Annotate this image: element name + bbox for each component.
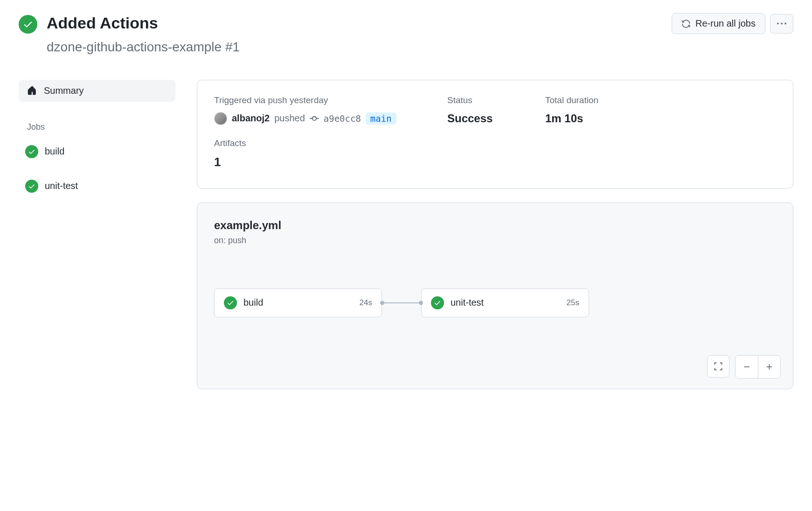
workflow-trigger: on: push [214,236,776,245]
more-actions-button[interactable] [770,14,793,34]
sync-icon [681,19,691,28]
duration-label: Total duration [545,95,776,105]
success-icon [25,145,38,158]
fullscreen-icon [714,362,723,371]
home-icon [27,85,37,96]
duration-value: 1m 10s [545,112,776,125]
commit-icon [310,114,319,123]
graph-job-build[interactable]: build 24s [214,288,382,317]
plus-icon: + [766,360,772,373]
graph-job-unit-test[interactable]: unit-test 25s [421,288,589,317]
avatar[interactable] [214,112,227,125]
status-value: Success [447,112,536,125]
sidebar-item-summary[interactable]: Summary [19,80,175,102]
action-verb: pushed [274,113,305,124]
sidebar-job-unit-test[interactable]: unit-test [19,175,175,197]
artifacts-label: Artifacts [214,138,776,148]
sidebar-job-label: unit-test [45,181,78,191]
commit-sha-link[interactable]: a9e0cc8 [324,113,361,124]
artifacts-count: 1 [214,155,776,169]
workflow-filename[interactable]: example.yml [214,219,776,232]
rerun-label: Re-run all jobs [695,18,756,29]
success-icon [25,180,38,193]
sidebar-jobs-heading: Jobs [27,122,175,132]
summary-card: Triggered via push yesterday albanoj2 pu… [197,80,793,189]
graph-job-duration: 25s [567,298,579,308]
success-icon [431,296,444,309]
zoom-in-button[interactable]: + [758,356,780,378]
kebab-icon [777,19,786,28]
zoom-out-button[interactable]: − [736,356,758,378]
branch-pill[interactable]: main [366,112,396,125]
rerun-all-jobs-button[interactable]: Re-run all jobs [672,13,765,34]
sidebar-summary-label: Summary [44,85,84,96]
minus-icon: − [743,360,750,373]
graph-connector [382,302,421,303]
username-link[interactable]: albanoj2 [232,113,270,124]
status-label: Status [447,95,536,105]
fit-to-screen-button[interactable] [707,355,729,378]
graph-job-name: unit-test [451,297,560,308]
run-status-icon [19,15,37,34]
sidebar-job-label: build [45,146,64,157]
sidebar-job-build[interactable]: build [19,140,175,163]
workflow-graph-card: example.yml on: push build 24s unit-test [197,203,793,389]
graph-job-name: build [243,297,353,308]
success-icon [224,296,237,309]
page-title: Added Actions [47,13,240,33]
triggered-label: Triggered via push yesterday [214,95,438,105]
page-subtitle: dzone-github-actions-example #1 [47,40,240,55]
graph-job-duration: 24s [360,298,372,308]
